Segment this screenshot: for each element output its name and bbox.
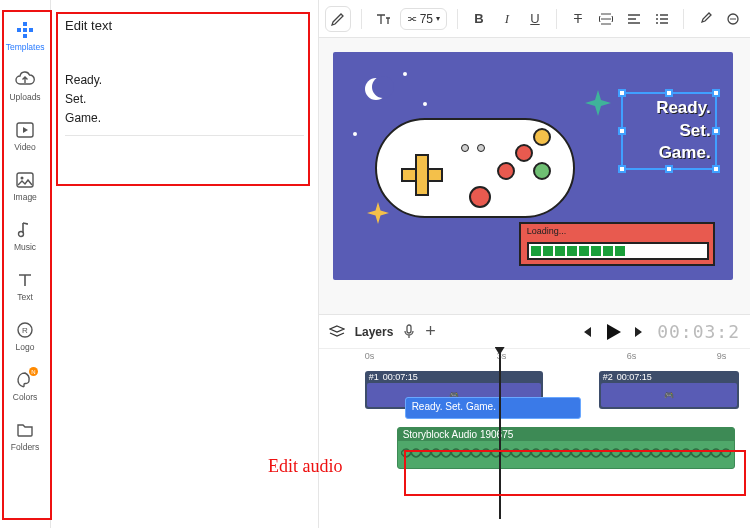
text-content[interactable]: Ready. Set. Game.: [65, 71, 304, 136]
next-button[interactable]: [633, 325, 647, 339]
sidebar-item-music[interactable]: Music: [0, 218, 50, 254]
layers-icon[interactable]: [329, 325, 345, 339]
eyedropper-button[interactable]: [694, 6, 716, 32]
svg-rect-3: [29, 28, 33, 32]
text-overlay-selection[interactable]: Ready. Set. Game.: [621, 92, 717, 170]
sidebar-item-folders[interactable]: Folders: [0, 418, 50, 454]
sidebar-item-label: Text: [17, 292, 33, 302]
resize-handle[interactable]: [618, 165, 626, 173]
moon-graphic: [365, 78, 387, 100]
resize-handle[interactable]: [618, 127, 626, 135]
underline-button[interactable]: U: [524, 6, 546, 32]
folders-icon: [15, 420, 35, 440]
add-button[interactable]: +: [425, 321, 436, 342]
main-area: ⫘75▾ B I U T: [319, 0, 750, 528]
video-preview[interactable]: Loading... Ready. Set. Game.: [333, 52, 733, 280]
font-family-button[interactable]: [372, 6, 394, 32]
svg-point-8: [19, 232, 24, 237]
sidebar-item-label: Colors: [13, 392, 38, 402]
svg-rect-2: [23, 28, 27, 32]
bold-button[interactable]: B: [468, 6, 490, 32]
font-size-input[interactable]: ⫘75▾: [400, 8, 447, 30]
list-button[interactable]: [651, 6, 673, 32]
layers-label[interactable]: Layers: [355, 325, 394, 339]
effects-button[interactable]: [722, 6, 744, 32]
new-badge: N: [29, 367, 38, 376]
sidebar-item-text[interactable]: Text: [0, 268, 50, 304]
sidebar-item-uploads[interactable]: Uploads: [0, 68, 50, 104]
timeline[interactable]: 0s 3s 6s 9s #100:07:15 🎮 #200:07:15 🎮 Re…: [319, 348, 750, 528]
sidebar-item-image[interactable]: Image: [0, 168, 50, 204]
loading-bar-graphic: Loading...: [519, 222, 715, 266]
panel-title: Edit text: [65, 18, 304, 33]
svg-text:R: R: [22, 326, 28, 335]
sidebar-item-label: Folders: [11, 442, 39, 452]
text-clip[interactable]: Ready. Set. Game.: [405, 397, 581, 419]
uploads-icon: [15, 70, 35, 90]
resize-handle[interactable]: [665, 89, 673, 97]
controller-graphic: [375, 108, 575, 226]
text-toolbar: ⫘75▾ B I U T: [319, 0, 750, 38]
logo-icon: R: [15, 320, 35, 340]
sidebar-item-label: Uploads: [9, 92, 40, 102]
align-button[interactable]: [623, 6, 645, 32]
audio-clip[interactable]: Storyblock Audio 190675: [397, 427, 735, 469]
colors-icon: N: [15, 370, 35, 390]
sidebar: Templates Uploads Video Image Music Text…: [0, 0, 51, 528]
sidebar-item-label: Image: [13, 192, 37, 202]
svg-rect-1: [17, 28, 21, 32]
strike-button[interactable]: T: [567, 6, 589, 32]
canvas[interactable]: Loading... Ready. Set. Game.: [319, 38, 750, 314]
waveform: [398, 441, 734, 465]
playhead[interactable]: [499, 349, 501, 519]
resize-handle[interactable]: [712, 89, 720, 97]
svg-point-13: [656, 22, 658, 24]
sparkle-icon: [585, 90, 611, 116]
animate-button[interactable]: [325, 6, 351, 32]
text-icon: [15, 270, 35, 290]
edit-text-panel: Edit text Ready. Set. Game.: [51, 0, 319, 528]
svg-point-12: [656, 18, 658, 20]
resize-handle[interactable]: [712, 127, 720, 135]
templates-icon: [15, 20, 35, 40]
video-icon: [15, 120, 35, 140]
svg-point-7: [21, 177, 24, 180]
timeline-controls: Layers + 00:03:2: [319, 314, 750, 348]
play-button[interactable]: [603, 322, 623, 342]
svg-rect-15: [407, 325, 411, 333]
prev-button[interactable]: [579, 325, 593, 339]
mic-icon[interactable]: [403, 324, 415, 340]
sidebar-item-label: Logo: [16, 342, 35, 352]
music-icon: [15, 220, 35, 240]
resize-handle[interactable]: [665, 165, 673, 173]
sidebar-item-label: Templates: [6, 42, 45, 52]
spacing-button[interactable]: [595, 6, 617, 32]
resize-handle[interactable]: [618, 89, 626, 97]
image-icon: [15, 170, 35, 190]
timeline-ruler[interactable]: 0s 3s 6s 9s: [319, 349, 750, 367]
sidebar-item-video[interactable]: Video: [0, 118, 50, 154]
sidebar-item-colors[interactable]: N Colors: [0, 368, 50, 404]
italic-button[interactable]: I: [496, 6, 518, 32]
svg-rect-0: [23, 22, 27, 26]
svg-point-11: [656, 14, 658, 16]
sidebar-item-logo[interactable]: R Logo: [0, 318, 50, 354]
svg-rect-4: [23, 34, 27, 38]
resize-handle[interactable]: [712, 165, 720, 173]
sidebar-item-label: Video: [14, 142, 36, 152]
sidebar-item-label: Music: [14, 242, 36, 252]
sidebar-item-templates[interactable]: Templates: [0, 18, 50, 54]
timecode: 00:03:2: [657, 321, 740, 342]
video-clip-2[interactable]: #200:07:15 🎮: [599, 371, 739, 409]
